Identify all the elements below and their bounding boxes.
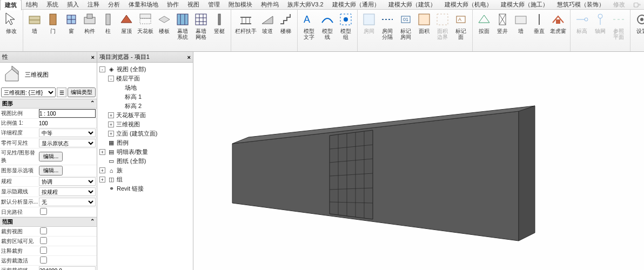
menu-tab-13[interactable]: 建模大师（通用） (328, 0, 384, 10)
tree-node[interactable]: +立面 (建筑立面) (99, 129, 191, 138)
tree-node[interactable]: +⌂族 (99, 166, 191, 175)
tree-node[interactable]: ⚭Revit 链接 (99, 184, 191, 193)
prop-value-可见性/图形替换[interactable]: 编辑... (39, 152, 63, 161)
tree-node[interactable]: +◫组 (99, 175, 191, 184)
ribbon-floor-button[interactable]: 楼板 (155, 11, 173, 35)
menu-tab-7[interactable]: 协作 (163, 0, 183, 10)
menu-tab-9[interactable]: 管理 (204, 0, 224, 10)
collapse-icon[interactable]: - (108, 76, 114, 82)
ribbon-stair-button[interactable]: 楼梯 (277, 11, 295, 35)
prop-value-默认分析显示...[interactable]: 无 (39, 198, 96, 206)
ribbon-settings-button[interactable]: 设置 (633, 11, 644, 35)
prop-value-规程[interactable]: 协调 (39, 177, 96, 186)
menu-tabs: 建筑结构系统插入注释分析体量和场地协作视图管理附加模块构件坞族库大师V3.2建模… (0, 0, 644, 10)
tree-node[interactable]: +天花板平面 (99, 111, 191, 120)
menu-tab-10[interactable]: 附加模块 (224, 0, 257, 10)
menu-tab-1[interactable]: 结构 (22, 0, 42, 10)
ribbon-railing-button[interactable]: 栏杆扶手 (233, 11, 258, 35)
tree-node[interactable]: -楼层平面 (99, 74, 191, 83)
ribbon-ramp-button[interactable]: 坡道 (258, 11, 277, 35)
menu-tab-16[interactable]: 建模大师（施工） (497, 0, 553, 10)
ribbon-wall2-button[interactable]: 墙 (512, 11, 530, 35)
ribbon-gridline-button: 轴网 (591, 11, 609, 35)
expand-icon[interactable]: + (99, 177, 105, 183)
close-icon[interactable]: × (91, 54, 95, 60)
prop-value-详细程度[interactable]: 中等 (39, 129, 96, 137)
ribbon-dormer-button[interactable]: 老虎窗 (548, 11, 568, 35)
ribbon-mgroup-button[interactable]: 模型 组 (337, 11, 355, 41)
prop-value-远剪裁偏移[interactable] (39, 266, 96, 270)
expand-icon[interactable]: + (108, 112, 114, 118)
expand-icon[interactable]: + (99, 149, 105, 155)
expand-icon[interactable]: + (99, 167, 105, 173)
ribbon-label: 竖梃 (214, 28, 225, 34)
prop-value-裁剪区域可见[interactable] (40, 237, 47, 244)
instance-selector[interactable]: 三维视图: {三维} (1, 87, 56, 97)
tree-node[interactable]: 场地 (99, 83, 191, 92)
menu-tab-14[interactable]: 建模大师（建筑） (384, 0, 440, 10)
svg-rect-2 (50, 14, 56, 25)
menu-tab-4[interactable]: 注释 (83, 0, 104, 10)
tree-node[interactable]: 标高 2 (99, 102, 191, 111)
ribbon-wall-button[interactable]: 墙 (25, 11, 44, 35)
tree-node[interactable]: ▦图例 (99, 138, 191, 147)
tree-node[interactable]: -◈视图 (全部) (99, 65, 191, 74)
edit-type-button[interactable]: 编辑类型 (68, 87, 96, 97)
ribbon-ceiling-button[interactable]: 天花板 (136, 11, 155, 35)
ribbon-roomsep-button[interactable]: 房间 分隔 (378, 11, 397, 41)
menu-tab-15[interactable]: 建模大师（机电） (440, 0, 497, 10)
ribbon-mtext-button[interactable]: A模型 文字 (300, 11, 318, 41)
prop-value-图形显示选项[interactable]: 编辑... (39, 166, 63, 176)
filter-icon[interactable]: ☰ (57, 87, 66, 97)
ribbon-area-button[interactable]: 面积 (415, 11, 433, 35)
ribbon-mline-button[interactable]: 模型 线 (318, 11, 337, 41)
menu-tab-18[interactable]: 修改 (609, 0, 629, 10)
prop-value-注释裁剪[interactable] (40, 247, 47, 254)
ribbon-door-button[interactable]: 门 (44, 11, 62, 35)
section-graphics: 图形⌃ (0, 99, 97, 109)
svg-rect-8 (106, 14, 110, 25)
menu-overflow-icon[interactable]: ▢◦ (630, 1, 644, 8)
tree-node[interactable]: ▭图纸 (全部) (99, 157, 191, 166)
ribbon-window-button[interactable]: 窗 (62, 11, 81, 35)
ribbon-mullion-button[interactable]: 竖梃 (210, 11, 229, 35)
menu-tab-11[interactable]: 构件坞 (257, 0, 283, 10)
ribbon-cursor-button[interactable]: 修改 (2, 11, 21, 35)
menu-tab-6[interactable]: 体量和场地 (124, 0, 163, 10)
ribbon-areatag-button[interactable]: A标记 面 (452, 11, 470, 41)
prop-value-零件可见性[interactable]: 显示原状态 (39, 139, 96, 147)
prop-value-远剪裁激活[interactable] (40, 256, 47, 264)
menu-tab-0[interactable]: 建筑 (0, 0, 22, 10)
collapse-icon[interactable]: - (99, 66, 105, 72)
viewport-3d[interactable] (193, 52, 644, 270)
close-icon[interactable]: × (187, 54, 191, 60)
ribbon-vert-button[interactable]: 垂直 (530, 11, 548, 35)
ribbon-component-button[interactable]: 构件 (81, 11, 99, 35)
ribbon-roof-button[interactable]: 屋顶 (117, 11, 136, 35)
menu-tab-3[interactable]: 插入 (63, 0, 83, 10)
expand-icon[interactable]: + (108, 122, 114, 127)
prop-value-日光路径[interactable] (40, 208, 47, 215)
mullion-icon (212, 12, 227, 27)
ribbon-label: 窗 (69, 28, 74, 34)
ribbon-byface-button[interactable]: 按面 (475, 11, 493, 35)
menu-tab-17[interactable]: 慧筑巧模（装饰） (553, 0, 609, 10)
tree-node[interactable]: +三维视图 (99, 120, 191, 129)
menu-tab-8[interactable]: 视图 (183, 0, 204, 10)
ribbon-column-button[interactable]: 柱 (99, 11, 117, 35)
component-icon (82, 12, 97, 27)
menu-tab-5[interactable]: 分析 (104, 0, 124, 10)
ribbon-grid-button[interactable]: 幕墙 网格 (192, 11, 210, 41)
ribbon-curtain-button[interactable]: 幕墙 系统 (173, 11, 192, 41)
prop-value-裁剪视图[interactable] (40, 227, 47, 234)
ribbon-label: 门 (50, 28, 56, 34)
menu-tab-12[interactable]: 族库大师V3.2 (283, 0, 328, 10)
expand-icon[interactable]: + (108, 131, 114, 137)
prop-value-视图比例[interactable] (39, 109, 96, 118)
tree-node[interactable]: +▤明细表/数量 (99, 147, 191, 157)
ribbon-roomtag-button[interactable]: 01标记 房间 (397, 11, 415, 41)
ribbon-shaft-button[interactable]: 竖井 (493, 11, 512, 35)
menu-tab-2[interactable]: 系统 (42, 0, 63, 10)
prop-value-显示隐藏线[interactable]: 按规程 (39, 187, 96, 196)
tree-node[interactable]: 标高 1 (99, 92, 191, 102)
